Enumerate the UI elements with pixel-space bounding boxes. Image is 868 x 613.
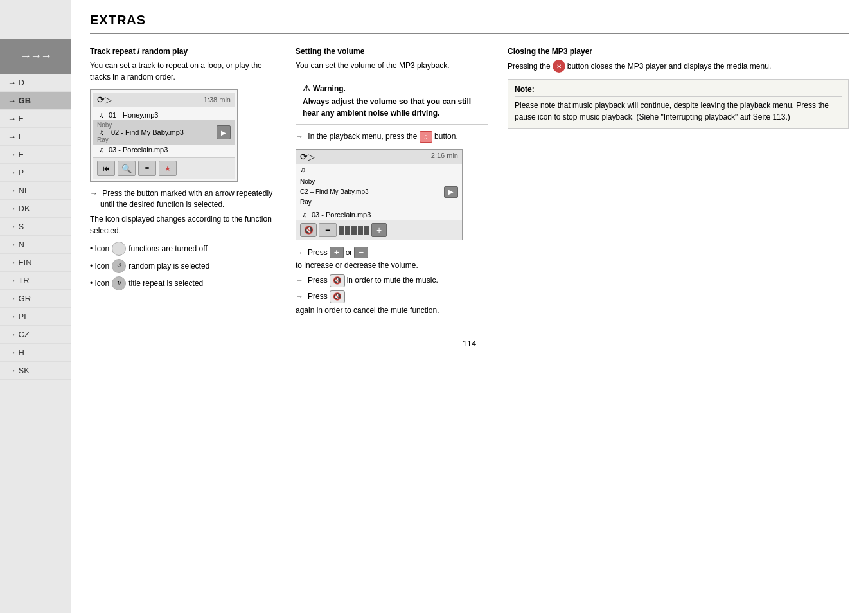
- vol-inst-3-suffix: again in order to cancel the mute functi…: [296, 305, 439, 316]
- track-2-sub: Noby: [97, 121, 184, 129]
- plus-btn[interactable]: +: [371, 223, 387, 237]
- mute-inline-1: 🔇: [330, 274, 345, 287]
- note-text: Please note that music playback will con…: [515, 100, 842, 123]
- warning-title-text: Warning.: [313, 84, 346, 93]
- arrow-icon-2: →: [296, 131, 303, 142]
- vol-or: or: [346, 247, 353, 258]
- vol-controls: 🔇 − +: [296, 220, 462, 240]
- closing-intro-pre: Pressing the ✕ button closes the MP3 pla…: [508, 60, 849, 73]
- sidebar-item-n[interactable]: → N: [0, 236, 71, 254]
- in-playback-suffix: button.: [432, 131, 458, 142]
- player-time-1: 1:38 min: [204, 96, 231, 103]
- note-box: Note: Please note that music playback wi…: [508, 79, 849, 129]
- vol-seg-2: [345, 226, 350, 235]
- vol-intro: You can set the volume of the MP3 playba…: [296, 60, 488, 71]
- vol-play-btn: ▶: [444, 186, 458, 198]
- sidebar-item-dk[interactable]: → DK: [0, 200, 71, 218]
- vol-bar: [339, 226, 369, 235]
- col-middle: Setting the volume You can set the volum…: [296, 47, 488, 319]
- col-right: Closing the MP3 player Pressing the ✕ bu…: [508, 47, 849, 319]
- track-2: Noby ♫ 02 - Find My Baby.mp3 Ray ▶: [93, 120, 235, 145]
- prev-btn-1[interactable]: ⏮: [97, 161, 115, 176]
- track-2-btn: ▶: [217, 125, 231, 139]
- main-content: EXTRAS Track repeat / random play You ca…: [71, 0, 868, 613]
- sidebar-item-h[interactable]: → H: [0, 344, 71, 362]
- sidebar-item-fin[interactable]: → FIN: [0, 254, 71, 272]
- vol-time: 2:16 min: [431, 152, 458, 162]
- closing-section-title: Closing the MP3 player: [508, 47, 849, 56]
- vol-ray: Ray: [300, 198, 458, 207]
- warning-title: ⚠ Warning.: [303, 84, 481, 93]
- plus-inline: +: [330, 247, 344, 258]
- sidebar-item-gr[interactable]: → GR: [0, 290, 71, 308]
- arrow-icon-5: →: [296, 291, 303, 302]
- track-1-name: 01 - Honey.mp3: [109, 111, 158, 119]
- sidebar-item-d[interactable]: → D: [0, 74, 71, 92]
- sidebar-item-cz[interactable]: → CZ: [0, 326, 71, 344]
- sidebar-top: →→→: [0, 39, 71, 74]
- track-1: ♫ 01 - Honey.mp3: [93, 110, 235, 120]
- star-btn-1[interactable]: ★: [159, 161, 177, 176]
- vol-track2: C2 – Find My Baby.mp3: [300, 188, 369, 197]
- track-2-name: 02 - Find My Baby.mp3: [111, 129, 184, 136]
- vol-noby: Noby: [300, 177, 458, 186]
- search-btn-1[interactable]: 🔍: [118, 161, 136, 176]
- closing-btn-icon: ✕: [553, 60, 565, 73]
- sidebar-item-e[interactable]: → E: [0, 146, 71, 164]
- player-mockup-1: ⟳▷ 1:38 min ♫ 01 - Honey.mp3 Noby: [90, 89, 238, 182]
- track-icon-1: ♫: [97, 111, 106, 119]
- vol-seg-5: [364, 226, 369, 235]
- vol-inst-1-suffix: to increase or decrease the volume.: [296, 260, 418, 271]
- minus-btn[interactable]: −: [319, 223, 337, 237]
- sidebar-item-tr[interactable]: → TR: [0, 272, 71, 290]
- vol-header: ⟳▷ 2:16 min: [296, 150, 462, 164]
- track-3-name: 03 - Porcelain.mp3: [109, 146, 168, 154]
- player-track-list-1: ♫ 01 - Honey.mp3 Noby ♫ 02 - Find My Bab…: [93, 107, 235, 157]
- sidebar: →→→ → D → GB → F → I → E → P → NL → DK →…: [0, 0, 71, 613]
- col-left: Track repeat / random play You can set a…: [90, 47, 276, 319]
- vol-track-info: Noby C2 – Find My Baby.mp3 ▶ Ray: [296, 175, 462, 209]
- page-container: →→→ → D → GB → F → I → E → P → NL → DK →…: [0, 0, 868, 613]
- arrow-icon-1: →: [90, 188, 98, 199]
- warning-text: Always adjust the volume so that you can…: [303, 96, 481, 119]
- arrow-icon-3: →: [296, 247, 303, 258]
- bullet-prefix-2: • Icon: [90, 262, 109, 271]
- track-repeat-intro: You can set a track to repeat on a loop,…: [90, 60, 276, 83]
- vol-track-empty: ♫: [296, 164, 462, 175]
- arrows-icon: →→→: [20, 49, 51, 63]
- player-controls-1: ⏮ 🔍 ≡ ★: [93, 157, 235, 179]
- mute-btn[interactable]: 🔇: [300, 223, 317, 237]
- menu-btn-1[interactable]: ≡: [138, 161, 156, 176]
- bullet-label-1: functions are turned off: [128, 244, 208, 253]
- vol-seg-4: [358, 226, 363, 235]
- icon-circle-1: [112, 242, 126, 256]
- sidebar-item-pl[interactable]: → PL: [0, 308, 71, 326]
- sidebar-item-s[interactable]: → S: [0, 218, 71, 236]
- sidebar-item-p[interactable]: → P: [0, 164, 71, 182]
- closing-intro-text: button closes the MP3 player and display…: [567, 60, 772, 72]
- minus-inline: −: [354, 247, 368, 258]
- vol-track3-icon: ♫: [300, 211, 309, 218]
- vol-inst-2: → Press 🔇 in order to mute the music.: [296, 274, 488, 287]
- sidebar-item-gb[interactable]: → GB: [0, 92, 71, 110]
- track-repeat-title: Track repeat / random play: [90, 47, 276, 56]
- vol-seg-1: [339, 226, 344, 235]
- vol-track3-name: 03 - Porcelain.mp3: [312, 211, 371, 218]
- vol-seg-3: [351, 226, 357, 235]
- arrow-icon-4: →: [296, 275, 303, 286]
- bullet-prefix-3: • Icon: [90, 279, 109, 288]
- vol-track3: ♫ 03 - Porcelain.mp3: [296, 209, 462, 220]
- track-icon-3: ♫: [97, 146, 106, 154]
- sidebar-item-nl[interactable]: → NL: [0, 182, 71, 200]
- sidebar-item-i[interactable]: → I: [0, 128, 71, 146]
- in-playback-line: → In the playback menu, press the ♫ butt…: [296, 131, 488, 143]
- in-playback-text: In the playback menu, press the: [306, 131, 420, 142]
- vol-section-title: Setting the volume: [296, 47, 488, 56]
- track-3: ♫ 03 - Porcelain.mp3: [93, 145, 235, 155]
- instruction-text: Press the button marked with an arrow re…: [100, 188, 276, 210]
- sidebar-item-f[interactable]: → F: [0, 110, 71, 128]
- bullet-prefix-1: • Icon: [90, 244, 109, 253]
- sidebar-item-sk[interactable]: → SK: [0, 362, 71, 380]
- content-columns: Track repeat / random play You can set a…: [90, 47, 849, 319]
- vol-loop-icon: ⟳▷: [300, 152, 315, 162]
